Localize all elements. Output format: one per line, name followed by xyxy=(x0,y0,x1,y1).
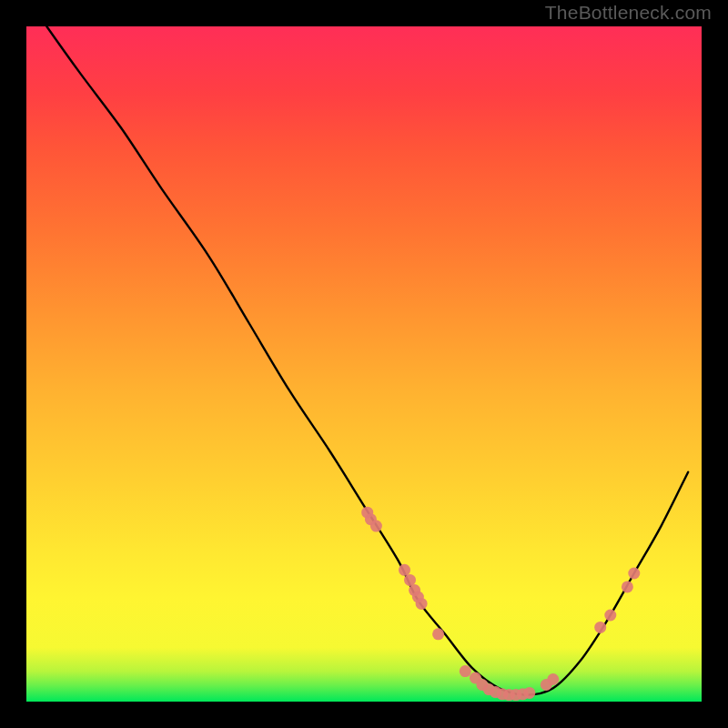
data-marker xyxy=(622,581,633,592)
data-marker xyxy=(460,665,471,677)
bottleneck-curve xyxy=(46,26,688,695)
data-marker xyxy=(523,687,535,699)
data-markers xyxy=(361,507,640,701)
curve-svg xyxy=(26,26,702,702)
data-marker xyxy=(416,598,428,610)
data-marker xyxy=(594,622,606,633)
watermark-text: TheBottleneck.com xyxy=(545,2,712,24)
data-marker xyxy=(370,521,382,532)
chart-container: TheBottleneck.com xyxy=(0,0,728,728)
data-marker xyxy=(399,564,410,576)
data-marker xyxy=(628,568,640,580)
data-marker xyxy=(432,628,444,640)
data-marker xyxy=(547,673,559,685)
data-marker xyxy=(604,610,616,622)
data-marker xyxy=(404,574,416,586)
plot-area xyxy=(26,26,702,702)
